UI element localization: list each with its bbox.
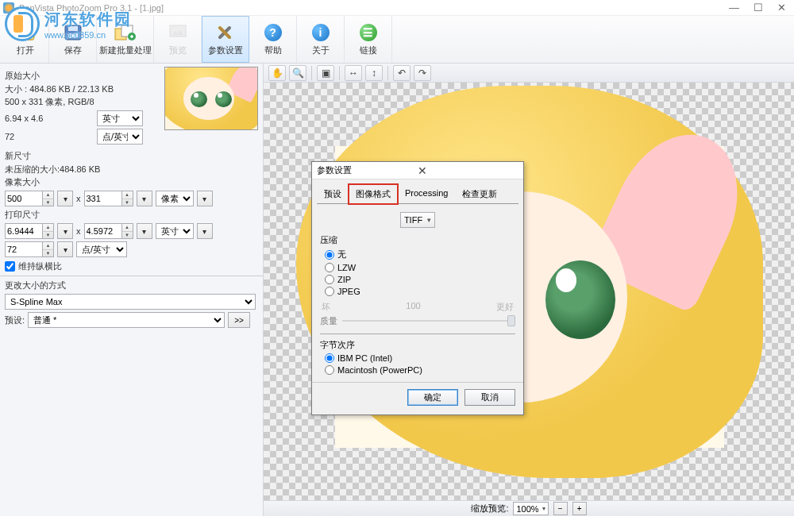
- pixel-size-label: 像素大小: [5, 176, 258, 188]
- new-size-compressed: 未压缩的大小:484.86 KB: [5, 164, 258, 175]
- dialog-close-icon[interactable]: ✕: [418, 164, 518, 177]
- compression-zip[interactable]: ZIP: [325, 275, 515, 284]
- zoom-bar: 缩放预览: 100% − +: [264, 500, 794, 516]
- byteorder-mac[interactable]: Macintosh (PowerPC): [325, 365, 515, 375]
- byte-order-label: 字节次序: [320, 339, 515, 351]
- format-select[interactable]: TIFF: [400, 212, 435, 228]
- height-input[interactable]: ▲▼: [84, 191, 133, 206]
- print-height-lock-icon[interactable]: ▾: [137, 223, 152, 239]
- dialog-titlebar[interactable]: 参数设置 ✕: [312, 162, 523, 179]
- preset-label: 预设:: [5, 314, 25, 326]
- rotate-right-icon[interactable]: ↷: [414, 65, 431, 81]
- quality-slider: [342, 313, 515, 329]
- save-icon: [62, 22, 84, 43]
- zoom-out-icon[interactable]: −: [553, 502, 568, 515]
- dpi-input[interactable]: ▲▼: [5, 241, 54, 257]
- main-toolbar: 打开 保存 新建批量处理 预览 参数设置 ? 帮助 i 关于 ☰ 链接: [0, 16, 794, 64]
- toolbar-help[interactable]: ? 帮助: [249, 16, 297, 63]
- pixel-options-icon[interactable]: ▾: [197, 191, 213, 206]
- dpi-lock-icon[interactable]: ▾: [57, 241, 73, 257]
- preset-select[interactable]: 普通 *: [28, 312, 225, 328]
- original-size-title: 原始大小: [5, 70, 160, 82]
- titlebar: BenVista PhotoZoom Pro 3.1 - [1.jpg] — ☐…: [0, 0, 794, 16]
- print-width-input[interactable]: ▲▼: [5, 223, 54, 239]
- print-size-label: 打印尺寸: [5, 209, 258, 221]
- zoom-tool-icon[interactable]: 🔍: [289, 65, 306, 81]
- zoom-select[interactable]: 100%: [513, 502, 548, 515]
- flip-v-icon[interactable]: ↕: [365, 65, 383, 81]
- ok-button[interactable]: 确定: [407, 389, 458, 406]
- crop-tool-icon[interactable]: ▣: [317, 65, 334, 81]
- settings-icon: [214, 22, 237, 43]
- compression-jpeg[interactable]: JPEG: [325, 287, 515, 296]
- keep-ratio-checkbox[interactable]: 维持纵横比: [5, 260, 258, 272]
- dialog-tabs: 预设 图像格式 Processing 检查更新: [312, 179, 523, 204]
- quality-group: 坏 100 更好 质量: [320, 301, 515, 329]
- toolbar-open[interactable]: 打开: [2, 16, 49, 63]
- hand-tool-icon[interactable]: ✋: [268, 65, 286, 81]
- print-width-lock-icon[interactable]: ▾: [57, 223, 73, 239]
- svg-rect-1: [68, 26, 78, 31]
- print-unit-select[interactable]: 英寸: [156, 223, 194, 239]
- thumbnail: [164, 67, 258, 130]
- preview-icon: [167, 22, 189, 43]
- dpi-unit-select[interactable]: 点/英寸: [76, 241, 127, 257]
- info-icon: i: [310, 22, 332, 43]
- dialog-title: 参数设置: [317, 164, 418, 176]
- original-filesize: 大小 : 484.86 KB / 22.13 KB: [5, 83, 160, 95]
- close-button[interactable]: ✕: [777, 2, 786, 13]
- zoom-in-icon[interactable]: +: [572, 502, 587, 515]
- width-input[interactable]: ▲▼: [5, 191, 54, 206]
- preview-toolbar: ✋ 🔍 ▣ ↔ ↕ ↶ ↷: [264, 64, 794, 83]
- resize-method-title: 更改大小的方式: [5, 279, 258, 291]
- zoom-label: 缩放预览:: [471, 503, 508, 515]
- cancel-button[interactable]: 取消: [464, 389, 515, 406]
- toolbar-save[interactable]: 保存: [49, 16, 97, 63]
- compression-label: 压缩: [320, 234, 515, 246]
- toolbar-about[interactable]: i 关于: [297, 16, 345, 63]
- batch-icon: [114, 22, 137, 43]
- compression-lzw[interactable]: LZW: [325, 263, 515, 272]
- folder-open-icon: [14, 22, 37, 43]
- toolbar-links[interactable]: ☰ 链接: [345, 16, 392, 63]
- print-options-icon[interactable]: ▾: [197, 223, 213, 239]
- toolbar-settings[interactable]: 参数设置: [202, 16, 249, 63]
- app-icon: [3, 2, 14, 13]
- pixel-unit-select[interactable]: 像素: [156, 191, 194, 206]
- width-lock-icon[interactable]: ▾: [57, 191, 73, 206]
- unit-dpi-select[interactable]: 点/英寸: [97, 129, 143, 145]
- tab-image-format[interactable]: 图像格式: [349, 184, 398, 204]
- maximize-button[interactable]: ☐: [754, 2, 763, 13]
- tab-processing[interactable]: Processing: [398, 184, 455, 204]
- rotate-left-icon[interactable]: ↶: [393, 65, 410, 81]
- height-lock-icon[interactable]: ▾: [137, 191, 152, 206]
- link-icon: ☰: [357, 22, 380, 43]
- svg-rect-2: [68, 33, 78, 38]
- help-icon: ?: [262, 22, 284, 43]
- left-panel: 原始大小 大小 : 484.86 KB / 22.13 KB 500 x 331…: [0, 64, 264, 516]
- print-height-input[interactable]: ▲▼: [84, 223, 133, 239]
- toolbar-batch[interactable]: 新建批量处理: [97, 16, 154, 63]
- compression-none[interactable]: 无: [325, 249, 515, 260]
- toolbar-preview: 预览: [154, 16, 202, 63]
- flip-h-icon[interactable]: ↔: [345, 65, 362, 81]
- original-inches: 6.94 x 4.6: [5, 114, 94, 123]
- settings-dialog: 参数设置 ✕ 预设 图像格式 Processing 检查更新 TIFF 压缩 无…: [311, 161, 524, 415]
- tab-preset[interactable]: 预设: [317, 184, 349, 204]
- original-dpi: 72: [5, 132, 94, 141]
- preset-more-button[interactable]: >>: [228, 312, 250, 328]
- tab-check-update[interactable]: 检查更新: [455, 184, 504, 204]
- new-size-title: 新尺寸: [5, 150, 258, 162]
- original-dimensions: 500 x 331 像素, RGB/8: [5, 96, 160, 108]
- window-title: BenVista PhotoZoom Pro 3.1 - [1.jpg]: [19, 3, 729, 13]
- resize-method-select[interactable]: S-Spline Max: [5, 294, 256, 310]
- unit-inches-select[interactable]: 英寸: [97, 110, 143, 126]
- minimize-button[interactable]: —: [729, 2, 739, 13]
- byteorder-intel[interactable]: IBM PC (Intel): [325, 353, 515, 363]
- quality-label: 质量: [320, 315, 337, 327]
